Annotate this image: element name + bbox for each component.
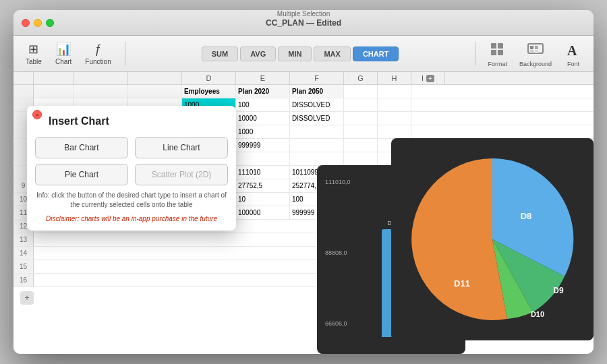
svg-rect-0 [491, 43, 496, 49]
app-window: CC_PLAN — Edited ⊞ Table 📊 Chart ƒ Funct… [13, 10, 594, 354]
col-i-header: I + [411, 72, 445, 84]
header-plan2020[interactable]: Plan 2020 [236, 85, 290, 98]
y-label-top: 111010,0 [325, 179, 351, 185]
pie-chart-svg: D8 D9 D10 D11 [398, 145, 587, 334]
function-label: Function [85, 58, 111, 65]
format-label: Format [488, 61, 507, 67]
toolbar-divider-1 [125, 42, 125, 66]
selection-controls: Multiple Selection SUM AVG MIN MAX CHART [202, 47, 399, 61]
avg-button[interactable]: AVG [240, 47, 276, 61]
min-button[interactable]: MIN [278, 47, 312, 61]
svg-rect-7 [530, 50, 533, 53]
chart-icon: 📊 [56, 42, 71, 57]
dialog-close-button[interactable]: × [32, 110, 42, 119]
pie-chart-button[interactable]: Pie Chart [35, 164, 128, 185]
header-employees[interactable]: Employees [182, 85, 236, 98]
chart-label: Chart [55, 58, 71, 65]
max-button[interactable]: MAX [314, 47, 350, 61]
col-a-header [34, 72, 74, 84]
col-h-header: H [378, 72, 411, 84]
dialog-title: Insert Chart [35, 114, 228, 127]
add-row-button[interactable]: + [20, 291, 34, 305]
chart-button[interactable]: 📊 Chart [50, 39, 77, 68]
dialog-info: Info: click the button of the desired ch… [35, 191, 228, 210]
pie-label-d10: D10 [531, 310, 544, 318]
svg-rect-3 [498, 50, 503, 55]
font-button[interactable]: A Font [560, 39, 587, 69]
bar-chart-y-labels: 111010,0 88808,0 66606,0 [325, 179, 351, 327]
svg-rect-1 [498, 43, 503, 49]
header-plan2050[interactable]: Plan 2050 [290, 85, 344, 98]
insert-chart-dialog: × Insert Chart Bar Chart Line Chart Pie … [27, 106, 236, 231]
column-headers: D E F G H I + [13, 72, 594, 85]
col-f-header: F [290, 72, 344, 84]
col-e-header: E [236, 72, 290, 84]
chart-sel-button[interactable]: CHART [353, 47, 399, 61]
chart-type-buttons-row1: Bar Chart Line Chart [35, 137, 228, 158]
pie-chart: D8 D9 D10 D11 [391, 138, 594, 340]
toolbar-left: ⊞ Table 📊 Chart ƒ Function [20, 39, 117, 68]
add-col-btn[interactable]: + [426, 75, 434, 82]
traffic-lights [22, 19, 54, 27]
window-title-area: CC_PLAN — Edited [266, 18, 341, 28]
col-c-header [128, 72, 182, 84]
row-num-header [13, 72, 34, 84]
format-section: Format Background A Font [484, 39, 587, 69]
window-title: CC_PLAN — Edited [266, 18, 341, 28]
table-label: Table [26, 58, 42, 65]
svg-rect-8 [535, 50, 538, 53]
pie-label-d8: D8 [521, 211, 532, 221]
function-button[interactable]: ƒ Function [80, 40, 116, 68]
main-area: D E F G H I + Employees Plan 2020 Plan 2… [13, 72, 594, 354]
toolbar-divider-2 [475, 42, 475, 66]
y-label-mid: 88808,0 [325, 249, 351, 256]
multiple-selection-label: Multiple Selection [277, 10, 330, 18]
format-icon [488, 40, 507, 59]
toolbar: ⊞ Table 📊 Chart ƒ Function Multiple Sele… [13, 36, 594, 72]
table-button[interactable]: ⊞ Table [20, 39, 47, 68]
table-icon: ⊞ [28, 42, 38, 57]
col-g-header: G [344, 72, 378, 84]
selection-buttons: SUM AVG MIN MAX CHART [202, 47, 399, 61]
background-icon [526, 40, 545, 59]
col-d-header: D [182, 72, 236, 84]
pie-label-d9: D9 [553, 286, 564, 295]
chart-type-buttons-row2: Pie Chart Scatter Plot (2D) [35, 164, 228, 185]
format-button[interactable]: Format [484, 39, 511, 69]
svg-rect-5 [530, 46, 533, 49]
svg-rect-2 [491, 50, 496, 55]
bar-chart-button[interactable]: Bar Chart [35, 137, 128, 158]
svg-text:A: A [567, 43, 577, 58]
maximize-button[interactable] [46, 19, 54, 27]
y-label-bot: 66606,0 [325, 320, 351, 327]
sub-header-row: Employees Plan 2020 Plan 2050 [13, 85, 594, 98]
minimize-button[interactable] [34, 19, 42, 27]
font-label: Font [567, 61, 579, 67]
pie-label-d11: D11 [454, 278, 470, 289]
background-label: Background [519, 61, 552, 67]
close-button[interactable] [22, 19, 30, 27]
scatter-plot-button: Scatter Plot (2D) [135, 164, 228, 185]
line-chart-button[interactable]: Line Chart [135, 137, 228, 158]
col-b-header [74, 72, 128, 84]
dialog-disclaimer: Disclaimer: charts will be an in-app pur… [35, 215, 228, 222]
background-button[interactable]: Background [515, 39, 556, 69]
charts-overlay: 111010,0 88808,0 66606,0 D8 D11 [310, 138, 594, 354]
sum-button[interactable]: SUM [202, 47, 238, 61]
font-icon: A [564, 40, 583, 59]
function-icon: ƒ [95, 42, 102, 57]
svg-rect-6 [535, 46, 538, 49]
